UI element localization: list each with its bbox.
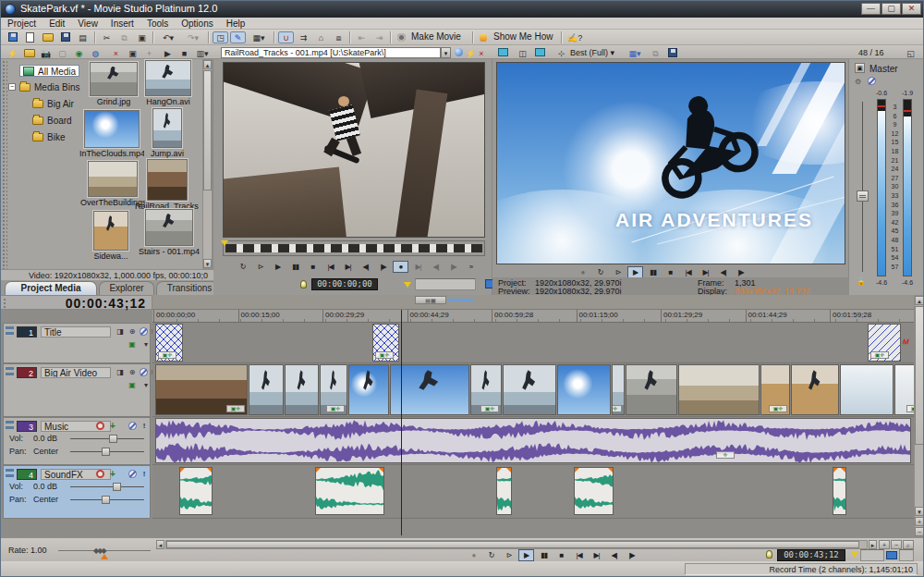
media-thumb[interactable] [90, 62, 138, 96]
title-clip[interactable]: ▣✛ [372, 324, 399, 362]
video-clip[interactable] [678, 364, 760, 415]
track-header-title[interactable]: 1Title◨⊕!▣▾ [3, 323, 151, 363]
preview-split-icon[interactable]: ◫ [515, 47, 530, 59]
tab-project-media[interactable]: Project Media [5, 281, 97, 295]
envelope-tool-icon[interactable]: ✎ [230, 31, 246, 43]
track-zoom-in-button[interactable]: + [915, 517, 924, 526]
next-frame-button[interactable]: |▶ [375, 262, 391, 274]
pan-slider-handle[interactable] [102, 496, 110, 504]
cut-icon[interactable]: ✂ [99, 31, 115, 43]
preview-monitor-icon[interactable] [496, 47, 510, 59]
track-zoom-out-button[interactable]: − [915, 527, 924, 536]
tree-item-board[interactable]: Board [32, 115, 72, 127]
video-clip[interactable] [791, 364, 839, 415]
video-clip[interactable] [249, 364, 284, 415]
video-clip[interactable]: ▣✛ [155, 364, 248, 415]
master-button[interactable]: ▣ [855, 63, 865, 73]
capture-video-icon[interactable]: 📷 [38, 47, 54, 59]
trimmer-lightning-icon[interactable]: ⚡ [465, 47, 476, 59]
video-clip[interactable]: ▣✛ [760, 364, 790, 415]
timeline-zoom-widget[interactable]: ▤▦ [415, 296, 446, 304]
menu-help[interactable]: Help [220, 18, 252, 30]
play-button[interactable]: ▶ [270, 262, 286, 274]
track-minimize-icon[interactable] [6, 421, 14, 429]
paste-icon[interactable]: ▣ [134, 31, 150, 43]
preview-save-frame-icon[interactable] [664, 47, 680, 59]
trimmer-file-dropdown[interactable]: RailRoad_Tracks - 001.mp4 [U:\SkatePark\… [221, 47, 441, 58]
track-motion-icon[interactable]: ◨ [115, 368, 126, 378]
track-header-big-air-video[interactable]: 2Big Air Video◨⊕!▣▾ [3, 363, 151, 417]
track-fx-icon[interactable]: ⊕ [127, 368, 138, 378]
timeline-zoom-out-button[interactable]: − [891, 540, 902, 549]
track-minimize-icon[interactable] [6, 367, 14, 375]
close-button[interactable]: ✕ [902, 3, 921, 15]
trimmer-orb-icon[interactable] [453, 47, 465, 59]
mute-icon[interactable] [138, 368, 149, 378]
prev-frame-button[interactable]: ◀| [428, 262, 444, 274]
tree-item-all-media[interactable]: All Media [19, 65, 79, 77]
fade-handle[interactable] [316, 468, 321, 473]
track-fx-icon[interactable]: + [107, 422, 118, 432]
track-fx-icon[interactable]: + [107, 470, 118, 480]
fade-handle[interactable] [575, 468, 579, 473]
mute-icon[interactable] [127, 422, 138, 432]
video-clip[interactable] [557, 364, 611, 415]
normal-edit-tool-icon[interactable]: ◳ [213, 31, 228, 43]
make-child-icon[interactable]: ▾ [140, 340, 152, 350]
solo-icon[interactable]: ! [140, 470, 148, 480]
record-button[interactable]: ● [393, 261, 408, 273]
clip-pan-crop-icon[interactable]: ▣✛ [226, 405, 245, 412]
undo-icon[interactable]: ↶▾ [157, 31, 179, 43]
media-thumb[interactable] [88, 161, 138, 197]
video-clip[interactable] [285, 364, 319, 415]
trim-end-icon[interactable]: ⇥ [371, 31, 387, 43]
ignore-grouping-icon[interactable]: ⧈ [331, 31, 346, 43]
track-name-field[interactable]: Big Air Video [41, 367, 111, 378]
track-fx-icon[interactable]: ⊕ [127, 327, 138, 338]
vol-slider-handle[interactable] [109, 435, 117, 443]
get-photo-icon[interactable]: ▢ [55, 47, 70, 59]
track-row-soundfx[interactable] [152, 465, 914, 519]
title-clip[interactable]: ▣✛ [868, 324, 901, 362]
selection-start-box[interactable] [860, 549, 884, 561]
new-project-icon[interactable] [5, 31, 20, 43]
menu-edit[interactable]: Edit [43, 18, 71, 30]
track-header-music[interactable]: 3Music+!Vol:0.0 dBPan:Center [3, 417, 151, 465]
trimmer-selection-start-box[interactable] [415, 278, 476, 290]
new-file-icon[interactable] [22, 31, 38, 43]
media-stop-icon[interactable]: ■ [176, 47, 192, 59]
get-media-web-icon[interactable]: ◍ [88, 47, 103, 59]
status-bulb-icon[interactable] [766, 550, 772, 559]
music-clip[interactable]: ✛ [155, 418, 911, 463]
loop-region-icon[interactable] [886, 551, 897, 559]
clip-pan-crop-icon[interactable]: ▣✛ [769, 405, 787, 412]
remove-media-icon[interactable]: × [108, 47, 124, 59]
media-dock-grip[interactable] [1, 59, 7, 280]
record-arm-icon[interactable] [94, 422, 105, 432]
go-end-button[interactable]: ▶| [410, 262, 426, 274]
auto-ripple-icon[interactable]: ⇉ [296, 31, 311, 43]
vol-slider[interactable] [70, 438, 144, 439]
video-clip[interactable] [348, 364, 389, 415]
track-name-field[interactable]: Title [41, 326, 111, 338]
media-thumb[interactable] [145, 60, 191, 96]
trimmer-timecode[interactable]: 00:00:00;00 [311, 278, 378, 290]
go-start-button[interactable]: |◀ [322, 262, 338, 274]
media-play-icon[interactable]: ▶ [160, 47, 176, 59]
preview-grid-icon[interactable]: ▦▾ [626, 47, 644, 59]
solo-icon[interactable]: ! [140, 422, 148, 432]
prev-frame-button[interactable]: ◀| [358, 262, 373, 274]
vol-slider[interactable] [70, 486, 144, 487]
extract-audio-icon[interactable]: ◉ [71, 47, 87, 59]
go-end-button[interactable]: ▶| [340, 262, 356, 274]
preview-copy-frame-icon[interactable]: ⧉ [648, 47, 663, 59]
preview-video-frame[interactable]: AIR ADVENTURES [496, 62, 845, 264]
play-button[interactable]: ▶ [518, 549, 534, 561]
menu-project[interactable]: Project [1, 18, 43, 30]
stop-button[interactable]: ■ [305, 262, 321, 274]
master-mute-icon[interactable] [868, 77, 876, 87]
soundfx-clip[interactable] [574, 467, 614, 515]
fade-handle[interactable] [506, 468, 511, 473]
record-arm-icon[interactable] [94, 470, 105, 480]
loop-button[interactable]: ↻ [235, 262, 250, 274]
